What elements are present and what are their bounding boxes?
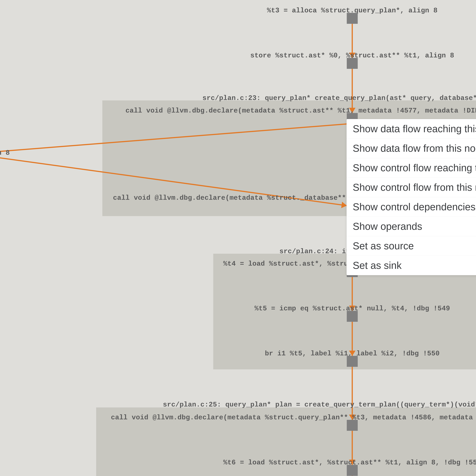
block-header-plan23: src/plan.c:23: query_plan* create_query_… xyxy=(203,94,476,102)
instr-dbg-t1: call void @llvm.dbg.declare(metadata %st… xyxy=(125,107,476,115)
instr-fragment-t2: se** %t2, align 8 xyxy=(0,149,10,157)
menu-set-as-source[interactable]: Set as source xyxy=(347,236,476,256)
node-t5[interactable] xyxy=(347,311,358,322)
node-t3[interactable] xyxy=(347,13,358,24)
menu-show-controlflow-from[interactable]: Show control flow from this node xyxy=(347,178,476,197)
menu-show-control-deps[interactable]: Show control dependencies xyxy=(347,197,476,217)
node-dbg-t3[interactable] xyxy=(347,420,358,431)
menu-show-dataflow-from[interactable]: Show data flow from this node xyxy=(347,139,476,158)
node-br[interactable] xyxy=(347,356,358,367)
instr-dbg-t3: call void @llvm.dbg.declare(metadata %st… xyxy=(111,414,476,422)
node-store-t1[interactable] xyxy=(347,58,358,69)
node-t6[interactable] xyxy=(347,465,358,476)
menu-show-controlflow-reaching[interactable]: Show control flow reaching this node xyxy=(347,158,476,178)
menu-show-dataflow-reaching[interactable]: Show data flow reaching this node xyxy=(347,119,476,139)
menu-set-as-sink[interactable]: Set as sink xyxy=(347,256,476,275)
menu-show-operands[interactable]: Show operands xyxy=(347,217,476,236)
block-header-plan25: src/plan.c:25: query_plan* plan = create… xyxy=(163,401,476,408)
node-context-menu: Show data flow reaching this node Show d… xyxy=(346,119,476,275)
